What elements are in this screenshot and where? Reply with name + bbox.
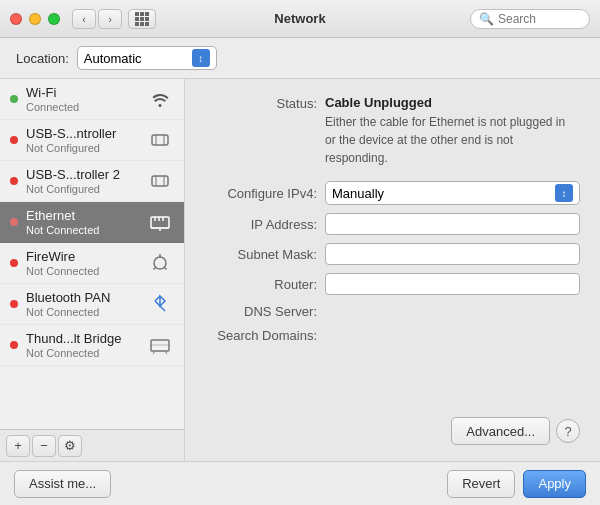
configure-dropdown-arrow: ↕: [555, 184, 573, 202]
item-status-usb1: Not Configured: [26, 142, 138, 154]
status-dot-ethernet: [10, 218, 18, 226]
status-dot-wifi: [10, 95, 18, 103]
apply-button[interactable]: Apply: [523, 470, 586, 498]
ip-address-row: IP Address:: [205, 213, 580, 235]
sidebar: Wi-Fi Connected USB-S...ntroller Not Con…: [0, 79, 185, 461]
item-name-bluetooth: Bluetooth PAN: [26, 290, 138, 305]
item-status-thunderbolt: Not Connected: [26, 347, 138, 359]
bluetooth-icon: [146, 290, 174, 318]
sidebar-item-firewire[interactable]: FireWire Not Connected: [0, 243, 184, 284]
ethernet-icon: [146, 208, 174, 236]
location-bar: Location: Automatic ↕: [0, 38, 600, 79]
window-title: Network: [274, 11, 325, 26]
status-label: Status:: [205, 95, 325, 111]
item-name-ethernet: Ethernet: [26, 208, 138, 223]
grid-view-button[interactable]: [128, 9, 156, 29]
item-status-ethernet: Not Connected: [26, 224, 138, 236]
right-panel: Status: Cable Unplugged Either the cable…: [185, 79, 600, 461]
domains-row: Search Domains:: [205, 327, 580, 343]
sidebar-list: Wi-Fi Connected USB-S...ntroller Not Con…: [0, 79, 184, 429]
item-status-usb2: Not Configured: [26, 183, 138, 195]
wifi-icon: [146, 85, 174, 113]
sidebar-item-usb2[interactable]: USB-S...troller 2 Not Configured: [0, 161, 184, 202]
status-dot-firewire: [10, 259, 18, 267]
subnet-row: Subnet Mask:: [205, 243, 580, 265]
status-dot-thunderbolt: [10, 341, 18, 349]
search-icon: 🔍: [479, 12, 494, 26]
sidebar-toolbar: + − ⚙: [0, 429, 184, 461]
sidebar-item-thunderbolt[interactable]: Thund...lt Bridge Not Connected: [0, 325, 184, 366]
configure-label: Configure IPv4:: [205, 185, 325, 201]
item-name-usb1: USB-S...ntroller: [26, 126, 138, 141]
item-status-firewire: Not Connected: [26, 265, 138, 277]
usb2-icon: [146, 167, 174, 195]
ip-address-input[interactable]: [325, 213, 580, 235]
advanced-button[interactable]: Advanced...: [451, 417, 550, 445]
close-button[interactable]: [10, 13, 22, 25]
svg-point-11: [159, 229, 161, 231]
usb1-icon: [146, 126, 174, 154]
search-box[interactable]: 🔍: [470, 9, 590, 29]
dns-label: DNS Server:: [205, 303, 325, 319]
svg-rect-3: [152, 176, 168, 186]
advanced-help-row: Advanced... ?: [205, 417, 580, 445]
main-content: Wi-Fi Connected USB-S...ntroller Not Con…: [0, 79, 600, 461]
domains-label: Search Domains:: [205, 327, 325, 343]
nav-buttons: ‹ ›: [72, 9, 122, 29]
sidebar-item-ethernet[interactable]: Ethernet Not Connected: [0, 202, 184, 243]
item-name-wifi: Wi-Fi: [26, 85, 138, 100]
item-name-usb2: USB-S...troller 2: [26, 167, 138, 182]
location-select[interactable]: Automatic ↕: [77, 46, 217, 70]
svg-line-15: [154, 267, 156, 269]
router-label: Router:: [205, 276, 325, 292]
configure-ipv4-select[interactable]: Manually ↕: [325, 181, 580, 205]
search-input[interactable]: [498, 12, 588, 26]
status-section: Status: Cable Unplugged Either the cable…: [205, 95, 580, 167]
sidebar-item-wifi[interactable]: Wi-Fi Connected: [0, 79, 184, 120]
item-status-wifi: Connected: [26, 101, 138, 113]
svg-line-14: [164, 267, 166, 269]
forward-button[interactable]: ›: [98, 9, 122, 29]
subnet-mask-input[interactable]: [325, 243, 580, 265]
subnet-label: Subnet Mask:: [205, 246, 325, 262]
spacer: [205, 351, 580, 417]
firewire-icon: [146, 249, 174, 277]
item-name-thunderbolt: Thund...lt Bridge: [26, 331, 138, 346]
gear-button[interactable]: ⚙: [58, 435, 82, 457]
status-dot-usb2: [10, 177, 18, 185]
help-button[interactable]: ?: [556, 419, 580, 443]
minimize-button[interactable]: [29, 13, 41, 25]
status-description: Either the cable for Ethernet is not plu…: [325, 113, 565, 167]
add-network-button[interactable]: +: [6, 435, 30, 457]
revert-button[interactable]: Revert: [447, 470, 515, 498]
grid-icon: [135, 12, 149, 26]
router-row: Router:: [205, 273, 580, 295]
dns-row: DNS Server:: [205, 303, 580, 319]
location-label: Location:: [16, 51, 69, 66]
thunderbolt-icon: [146, 331, 174, 359]
back-button[interactable]: ‹: [72, 9, 96, 29]
sidebar-item-bluetooth[interactable]: Bluetooth PAN Not Connected: [0, 284, 184, 325]
status-dot-usb1: [10, 136, 18, 144]
remove-network-button[interactable]: −: [32, 435, 56, 457]
router-input[interactable]: [325, 273, 580, 295]
configure-value: Manually: [332, 186, 555, 201]
titlebar: ‹ › Network 🔍: [0, 0, 600, 38]
traffic-lights: [10, 13, 60, 25]
svg-rect-0: [152, 135, 168, 145]
maximize-button[interactable]: [48, 13, 60, 25]
sidebar-item-usb1[interactable]: USB-S...ntroller Not Configured: [0, 120, 184, 161]
item-name-firewire: FireWire: [26, 249, 138, 264]
location-dropdown-arrow: ↕: [192, 49, 210, 67]
location-value: Automatic: [84, 51, 188, 66]
status-dot-bluetooth: [10, 300, 18, 308]
svg-rect-16: [151, 340, 169, 351]
ip-label: IP Address:: [205, 216, 325, 232]
configure-row: Configure IPv4: Manually ↕: [205, 181, 580, 205]
status-value: Cable Unplugged: [325, 95, 565, 110]
item-status-bluetooth: Not Connected: [26, 306, 138, 318]
bottom-bar: Assist me... Revert Apply: [0, 461, 600, 505]
svg-rect-6: [151, 217, 169, 228]
assist-button[interactable]: Assist me...: [14, 470, 111, 498]
